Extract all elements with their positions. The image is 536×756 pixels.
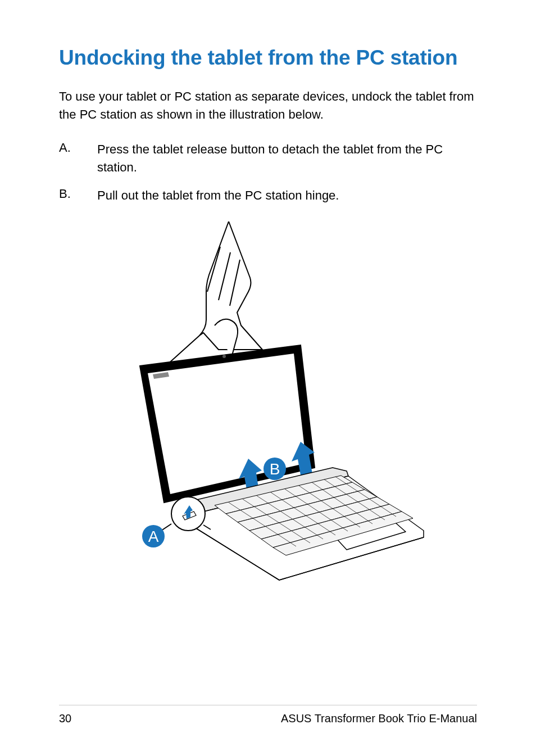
callout-b-icon: B (264, 458, 286, 480)
step-list: A. Press the tablet release button to de… (59, 141, 477, 205)
intro-paragraph: To use your tablet or PC station as sepa… (59, 88, 477, 124)
step-text: Pull out the tablet from the PC station … (97, 187, 339, 205)
page-number: 30 (59, 712, 71, 725)
undock-illustration-svg: B (111, 221, 425, 581)
page-footer: 30 ASUS Transformer Book Trio E-Manual (59, 705, 477, 725)
page-title: Undocking the tablet from the PC station (59, 45, 477, 71)
callout-a-label: A (148, 528, 159, 545)
list-item: A. Press the tablet release button to de… (59, 141, 477, 176)
hand-icon (166, 221, 262, 366)
manual-title: ASUS Transformer Book Trio E-Manual (281, 712, 477, 725)
step-text: Press the tablet release button to detac… (97, 141, 477, 176)
callout-a-icon: A (142, 524, 171, 547)
svg-point-0 (222, 355, 226, 358)
callout-b-label: B (270, 460, 280, 478)
list-item: B. Pull out the tablet from the PC stati… (59, 187, 477, 205)
step-label: A. (59, 141, 97, 176)
release-button-detail-icon (171, 497, 205, 531)
illustration: B (59, 221, 477, 581)
step-label: B. (59, 187, 97, 205)
